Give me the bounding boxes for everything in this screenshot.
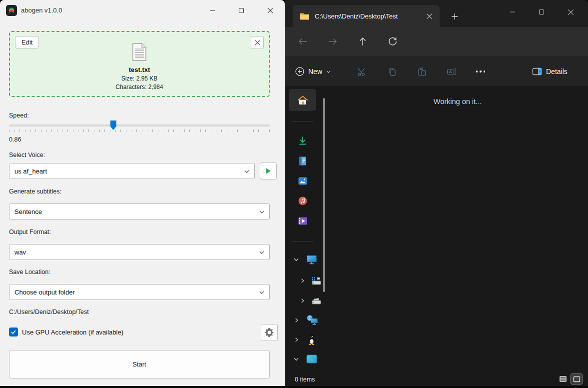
new-plus-circle-icon bbox=[295, 66, 305, 76]
chevron-down-icon bbox=[259, 209, 265, 216]
chevron-right-icon[interactable] bbox=[298, 298, 307, 304]
speed-ticks bbox=[9, 130, 270, 132]
chevron-down-icon bbox=[259, 290, 265, 297]
items-count: 0 items bbox=[295, 376, 315, 383]
play-voice-button[interactable] bbox=[260, 162, 277, 180]
chevron-right-icon[interactable] bbox=[298, 278, 307, 284]
gpu-checkbox[interactable] bbox=[9, 328, 18, 336]
dropped-filename: test.txt bbox=[10, 66, 269, 74]
chevron-down-icon[interactable] bbox=[292, 256, 301, 262]
icons-view-button[interactable] bbox=[571, 374, 583, 384]
settings-button[interactable] bbox=[261, 324, 278, 341]
teal-drive-icon bbox=[306, 354, 318, 364]
file-dropzone[interactable]: Edit test.txt Size: 2.95 KB Characters: … bbox=[9, 31, 270, 97]
sidebar-scrollbar[interactable] bbox=[323, 98, 325, 292]
sidebar-separator bbox=[292, 241, 313, 242]
folder-content-area[interactable]: Working on it... bbox=[327, 87, 588, 372]
close-button[interactable] bbox=[560, 4, 581, 20]
sidebar-item-drive-teal[interactable] bbox=[292, 354, 318, 364]
paste-button[interactable] bbox=[413, 63, 430, 80]
abogen-titlebar[interactable]: abogen v1.0.0 bbox=[0, 0, 285, 21]
start-button[interactable]: Start bbox=[9, 350, 270, 378]
file-size-text: Size: 2.95 KB bbox=[10, 75, 269, 82]
explorer-window: C:\Users\Deniz\Desktop\Test bbox=[285, 0, 588, 386]
list-view-icon bbox=[559, 376, 567, 382]
slider-thumb[interactable] bbox=[110, 120, 116, 130]
rename-button[interactable] bbox=[443, 63, 460, 80]
file-characters-text: Characters: 2,984 bbox=[10, 84, 269, 90]
chevron-right-icon[interactable] bbox=[292, 337, 301, 342]
maximize-button[interactable] bbox=[231, 3, 251, 18]
minimize-button[interactable] bbox=[202, 3, 222, 18]
icon-view-icon bbox=[573, 376, 581, 382]
copy-button[interactable] bbox=[383, 63, 400, 80]
speed-slider[interactable] bbox=[9, 124, 270, 126]
working-message: Working on it... bbox=[327, 98, 588, 106]
details-button-label: Details bbox=[546, 68, 568, 76]
speed-label: Speed: bbox=[9, 112, 29, 119]
tab-close-icon[interactable] bbox=[423, 10, 436, 22]
more-options-button[interactable] bbox=[472, 63, 489, 80]
details-button[interactable]: Details bbox=[532, 63, 568, 80]
voice-selected-value: us af_heart bbox=[14, 168, 47, 175]
sidebar-separator bbox=[292, 121, 313, 122]
subtitles-select[interactable]: Sentence bbox=[9, 204, 270, 220]
new-tab-plus-icon[interactable] bbox=[448, 10, 462, 23]
new-button-label: New bbox=[308, 68, 322, 76]
gear-icon bbox=[264, 328, 274, 338]
rename-icon bbox=[447, 67, 457, 76]
folder-icon bbox=[300, 12, 310, 20]
copy-icon bbox=[387, 67, 397, 76]
new-button[interactable]: New bbox=[295, 63, 331, 80]
music-icon bbox=[298, 196, 308, 206]
sidebar-item-linux[interactable] bbox=[292, 334, 317, 346]
back-arrow-icon[interactable] bbox=[294, 33, 311, 50]
forward-arrow-icon[interactable] bbox=[324, 33, 341, 50]
sidebar-item-downloads[interactable] bbox=[289, 131, 317, 151]
videos-icon bbox=[298, 216, 308, 226]
navigation-bar: Test S bbox=[285, 27, 588, 56]
documents-icon bbox=[298, 156, 307, 166]
up-arrow-icon[interactable] bbox=[354, 33, 371, 50]
sidebar-item-this-pc[interactable] bbox=[292, 254, 318, 265]
voice-select[interactable]: us af_heart bbox=[9, 163, 255, 179]
screen: abogen v1.0.0 Edit bbox=[0, 0, 588, 388]
details-panel-icon bbox=[532, 67, 542, 76]
refresh-icon[interactable] bbox=[384, 33, 401, 50]
windows-drive-icon bbox=[311, 275, 322, 286]
chevron-right-icon[interactable] bbox=[292, 318, 301, 323]
save-location-selected-value: Choose output folder bbox=[14, 288, 75, 296]
output-format-selected-value: wav bbox=[14, 248, 26, 256]
output-format-label: Output Format: bbox=[9, 228, 51, 236]
window-title: abogen v1.0.0 bbox=[21, 6, 62, 14]
chevron-down-icon bbox=[326, 69, 331, 74]
sidebar-item-network[interactable] bbox=[292, 314, 319, 326]
output-format-select[interactable]: wav bbox=[9, 244, 270, 260]
minimize-button[interactable] bbox=[502, 4, 523, 20]
voice-label: Select Voice: bbox=[9, 152, 45, 158]
sidebar-item-music[interactable] bbox=[289, 191, 317, 211]
chevron-down-icon bbox=[259, 250, 265, 257]
cut-button[interactable] bbox=[353, 63, 370, 80]
sidebar-item-videos[interactable] bbox=[289, 211, 317, 231]
gpu-checkbox-label[interactable]: Use GPU Acceleration (if available) bbox=[22, 328, 123, 336]
sidebar-item-home[interactable] bbox=[289, 89, 316, 111]
sidebar-item-pictures[interactable] bbox=[289, 171, 317, 191]
linux-icon bbox=[307, 334, 317, 346]
maximize-button[interactable] bbox=[531, 4, 552, 20]
app-logo-icon bbox=[6, 5, 17, 16]
chevron-down-icon[interactable] bbox=[292, 356, 301, 362]
status-bar: 0 items bbox=[285, 372, 588, 386]
close-button[interactable] bbox=[260, 3, 280, 18]
explorer-tab[interactable]: C:\Users\Deniz\Desktop\Test bbox=[293, 5, 440, 27]
command-bar: New bbox=[285, 56, 588, 87]
cut-icon bbox=[357, 67, 367, 76]
sidebar-item-windows-drive[interactable] bbox=[298, 275, 322, 286]
details-view-button[interactable] bbox=[557, 374, 569, 384]
pictures-icon bbox=[298, 176, 308, 186]
save-location-select[interactable]: Choose output folder bbox=[9, 284, 270, 300]
sidebar-item-documents[interactable] bbox=[289, 151, 317, 171]
subtitles-selected-value: Sentence bbox=[14, 208, 42, 216]
sidebar-item-local-drive[interactable] bbox=[298, 295, 322, 306]
drive-icon bbox=[311, 295, 322, 306]
